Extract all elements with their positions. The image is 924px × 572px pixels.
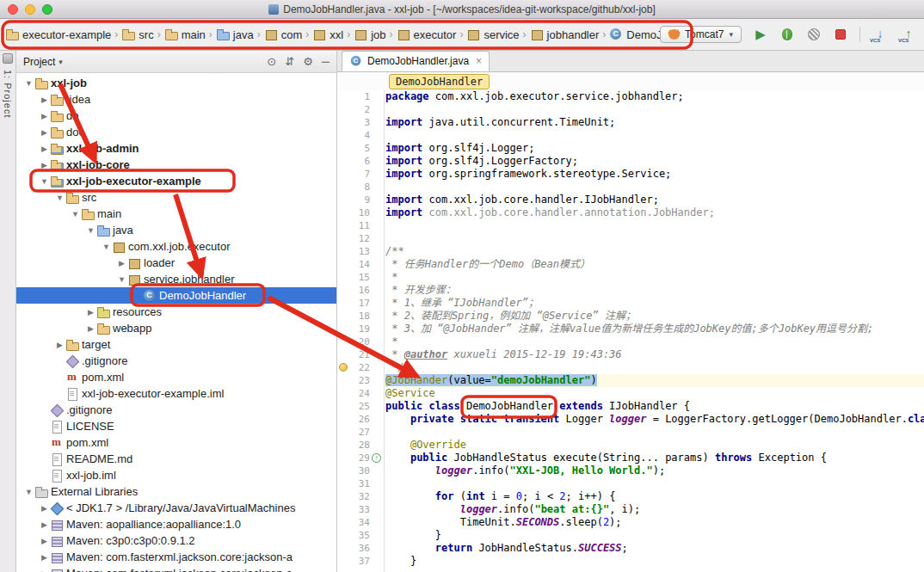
- line-number[interactable]: 12: [337, 232, 384, 245]
- breadcrumb-item[interactable]: main: [163, 26, 207, 43]
- code-line[interactable]: logger.info("beat at:{}", i);: [385, 503, 924, 516]
- breadcrumb-item[interactable]: service: [465, 26, 521, 43]
- tree-toggle-icon[interactable]: ▼: [39, 177, 50, 186]
- overriding-method-icon[interactable]: ↑: [372, 453, 381, 463]
- code-line[interactable]: [385, 219, 924, 232]
- tree-item[interactable]: ▶loader: [16, 255, 336, 271]
- structure-breadcrumb-chip[interactable]: DemoJobHandler: [389, 74, 490, 89]
- tree-toggle-icon[interactable]: ▼: [54, 194, 65, 202]
- code-line[interactable]: [385, 129, 924, 142]
- tree-item[interactable]: ▼External Libraries: [16, 483, 336, 500]
- tree-item[interactable]: DemoJobHandler: [16, 287, 336, 304]
- code-line[interactable]: * @author xuxueli 2015-12-19 19:43:36: [385, 348, 924, 361]
- tree-item[interactable]: xxl-job-executor-example.iml: [16, 385, 336, 402]
- coverage-button[interactable]: [806, 27, 822, 42]
- code-line[interactable]: * 1、继承 “IJobHandler”；: [385, 297, 924, 310]
- tree-toggle-icon[interactable]: ▼: [23, 488, 34, 496]
- breadcrumb-item[interactable]: DemoJobHandler: [607, 26, 660, 43]
- tree-toggle-icon[interactable]: ▶: [39, 537, 50, 545]
- line-number[interactable]: 23: [337, 374, 384, 387]
- line-number[interactable]: 24: [337, 387, 384, 400]
- line-number[interactable]: 32: [337, 490, 384, 503]
- breadcrumb-item[interactable]: src: [120, 26, 155, 43]
- editor-tab[interactable]: DemoJobHandler.java ×: [342, 51, 490, 71]
- line-number[interactable]: 30: [337, 464, 384, 477]
- locate-file-icon[interactable]: ⊙: [267, 55, 276, 68]
- run-button[interactable]: ▶: [753, 27, 768, 42]
- tree-item[interactable]: ▼com.xxl.job.executor: [16, 238, 336, 255]
- code-column[interactable]: package com.xxl.job.executor.service.job…: [385, 90, 924, 568]
- tree-item[interactable]: xxl-job.iml: [16, 467, 336, 483]
- tree-toggle-icon[interactable]: ▼: [23, 79, 34, 88]
- line-number[interactable]: 6: [337, 155, 384, 168]
- code-line[interactable]: */: [385, 361, 924, 374]
- code-line[interactable]: * 任务Handler的一个Demo（Bean模式）: [385, 258, 924, 271]
- code-line[interactable]: [385, 477, 924, 490]
- line-number[interactable]: 7: [337, 168, 384, 181]
- line-number[interactable]: 26: [337, 413, 384, 426]
- tree-item[interactable]: ▶doc: [16, 124, 336, 140]
- settings-gear-icon[interactable]: ⚙: [303, 55, 313, 68]
- tree-item[interactable]: ▶.idea: [16, 91, 336, 108]
- debug-button[interactable]: [779, 27, 795, 42]
- code-line[interactable]: private static transient Logger logger =…: [385, 413, 924, 426]
- code-line[interactable]: public JobHandleStatus execute(String...…: [385, 452, 924, 464]
- code-line[interactable]: logger.info("XXL-JOB, Hello World.");: [385, 464, 924, 477]
- tree-item[interactable]: ▶target: [16, 336, 336, 353]
- tree-item[interactable]: ▶Maven: c3p0:c3p0:0.9.1.2: [16, 532, 336, 549]
- code-line[interactable]: *: [385, 335, 924, 348]
- code-line[interactable]: * 2、装配到Spring，例如加 “@Service” 注解；: [385, 310, 924, 323]
- tree-item[interactable]: ▼java: [16, 222, 336, 238]
- code-line[interactable]: import org.slf4j.LoggerFactory;: [385, 155, 924, 168]
- code-line[interactable]: for (int i = 0; i < 2; i++) {: [385, 490, 924, 503]
- run-config-select[interactable]: Tomcat7 ▾: [660, 26, 742, 43]
- line-number[interactable]: 15: [337, 271, 384, 284]
- line-number[interactable]: 27: [337, 426, 384, 439]
- tree-item[interactable]: ▼xxl-job: [16, 75, 336, 91]
- tree-toggle-icon[interactable]: ▶: [39, 161, 50, 169]
- tree-item[interactable]: pom.xml: [16, 369, 336, 385]
- minimize-window-button[interactable]: [25, 4, 35, 15]
- code-line[interactable]: * 开发步骤：: [385, 284, 924, 297]
- code-line[interactable]: * 3、加 “@JobHander” 注解，注解value值为新增任务生成的Jo…: [385, 323, 924, 335]
- tree-item[interactable]: ▶resources: [16, 304, 336, 320]
- tree-item[interactable]: ▶< JDK1.7 > /Library/Java/JavaVirtualMac…: [16, 500, 336, 516]
- tree-item[interactable]: ▼service.jobhandler: [16, 271, 336, 287]
- code-line[interactable]: }: [385, 555, 924, 568]
- hide-panel-icon[interactable]: ─: [322, 55, 330, 68]
- tree-item[interactable]: .gitignore: [16, 402, 336, 418]
- project-panel-title[interactable]: Project: [23, 56, 55, 68]
- code-line[interactable]: return JobHandleStatus.SUCCESS;: [385, 542, 924, 555]
- line-number[interactable]: 13: [337, 245, 384, 258]
- tree-item[interactable]: pom.xml: [16, 434, 336, 451]
- code-line[interactable]: @Service: [385, 387, 924, 400]
- code-line[interactable]: import com.xxl.job.core.handler.IJobHand…: [385, 194, 924, 206]
- line-number[interactable]: 20: [337, 335, 384, 348]
- intention-bulb-icon[interactable]: [339, 363, 348, 372]
- tree-item[interactable]: ▼xxl-job-executor-example: [16, 173, 336, 189]
- line-number[interactable]: 11: [337, 219, 384, 232]
- code-line[interactable]: [385, 426, 924, 439]
- code-area[interactable]: 1234567891011121314151617181920212223242…: [337, 90, 924, 572]
- tree-toggle-icon[interactable]: ▼: [70, 210, 81, 218]
- zoom-window-button[interactable]: [42, 4, 52, 15]
- tree-toggle-icon[interactable]: ▶: [39, 112, 50, 120]
- code-line[interactable]: public class DemoJobHandler extends IJob…: [385, 400, 924, 413]
- code-line[interactable]: [385, 232, 924, 245]
- line-number[interactable]: 16: [337, 284, 384, 297]
- tree-toggle-icon[interactable]: ▶: [39, 128, 50, 137]
- code-line[interactable]: [385, 181, 924, 194]
- line-number[interactable]: 3: [337, 116, 384, 129]
- line-number[interactable]: 17: [337, 297, 384, 310]
- tree-toggle-icon[interactable]: ▶: [85, 308, 96, 317]
- line-number[interactable]: 1: [337, 90, 384, 103]
- tree-item[interactable]: README.md: [16, 451, 336, 467]
- line-number[interactable]: 4: [337, 129, 384, 142]
- tree-toggle-icon[interactable]: ▶: [39, 145, 50, 153]
- line-number[interactable]: 36: [337, 542, 384, 555]
- tree-item[interactable]: ▼src: [16, 189, 336, 206]
- tree-item[interactable]: ▶xxl-job-core: [16, 157, 336, 173]
- breadcrumb-item[interactable]: com: [262, 26, 305, 43]
- tree-item[interactable]: ▶Maven: com.fasterxml.jackson.core:jacks…: [16, 549, 336, 565]
- line-number[interactable]: 37: [337, 555, 384, 568]
